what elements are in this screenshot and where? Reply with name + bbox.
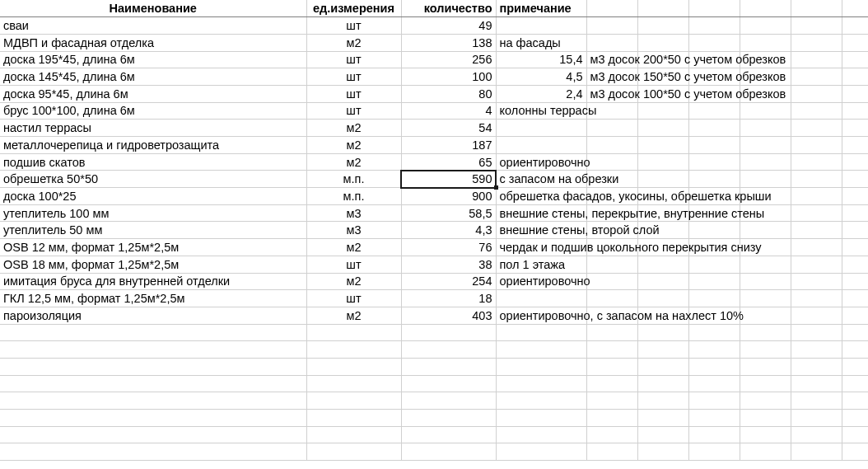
- cell[interactable]: [791, 85, 842, 102]
- cell[interactable]: [0, 392, 306, 410]
- cell-unit[interactable]: м3: [306, 222, 401, 239]
- cell-unit[interactable]: м2: [306, 239, 401, 256]
- cell-name[interactable]: утеплитель 100 мм: [0, 204, 306, 222]
- cell[interactable]: [401, 392, 496, 410]
- cell[interactable]: [791, 137, 842, 154]
- cell[interactable]: [306, 324, 401, 341]
- table-row[interactable]: утеплитель 100 ммм358,5внешние стены, пе…: [0, 204, 868, 222]
- cell[interactable]: [842, 358, 868, 375]
- cell-name[interactable]: доска 100*25: [0, 188, 306, 205]
- cell-qty[interactable]: 590: [401, 171, 496, 188]
- cell-qty[interactable]: 58,5: [401, 204, 496, 222]
- cell-qty[interactable]: 900: [401, 188, 496, 205]
- cell-qty[interactable]: 65: [401, 153, 496, 171]
- cell[interactable]: [791, 204, 842, 222]
- spreadsheet-grid[interactable]: Наименование ед.измерения количество при…: [0, 0, 868, 461]
- cell[interactable]: [688, 410, 740, 427]
- cell[interactable]: [637, 102, 688, 120]
- header-row[interactable]: Наименование ед.измерения количество при…: [0, 0, 868, 17]
- cell-note[interactable]: ориентировочно: [496, 153, 586, 171]
- cell-qty[interactable]: 76: [401, 239, 496, 256]
- cell[interactable]: [791, 51, 842, 68]
- cell[interactable]: [496, 358, 586, 375]
- cell[interactable]: [688, 375, 740, 392]
- table-row[interactable]: металлочерепица и гидроветрозащитам2187: [0, 137, 868, 154]
- cell-unit[interactable]: шт: [306, 51, 401, 68]
- cell-unit[interactable]: шт: [306, 256, 401, 273]
- cell[interactable]: [637, 137, 688, 154]
- cell[interactable]: [688, 392, 740, 410]
- cell[interactable]: [842, 153, 868, 171]
- cell[interactable]: [791, 68, 842, 86]
- cell[interactable]: [586, 290, 637, 307]
- cell[interactable]: [842, 392, 868, 410]
- cell[interactable]: [401, 324, 496, 341]
- table-row[interactable]: [0, 341, 868, 359]
- cell-note[interactable]: с запасом на обрезки: [496, 171, 586, 188]
- cell[interactable]: [842, 34, 868, 51]
- cell[interactable]: [842, 120, 868, 137]
- table-row[interactable]: имитация бруса для внутренней отделким22…: [0, 273, 868, 290]
- cell[interactable]: [637, 273, 688, 290]
- cell-unit[interactable]: м3: [306, 204, 401, 222]
- table-row[interactable]: обрешетка 50*50м.п.590с запасом на обрез…: [0, 171, 868, 188]
- cell[interactable]: [740, 137, 791, 154]
- table-row[interactable]: утеплитель 50 ммм34,3внешние стены, втор…: [0, 222, 868, 239]
- cell-unit[interactable]: м2: [306, 273, 401, 290]
- cell[interactable]: [586, 120, 637, 137]
- cell-note[interactable]: ориентировочно: [496, 273, 586, 290]
- cell[interactable]: [637, 256, 688, 273]
- cell[interactable]: [791, 273, 842, 290]
- cell[interactable]: [401, 410, 496, 427]
- cell[interactable]: [791, 120, 842, 137]
- cell[interactable]: [637, 392, 688, 410]
- cell-name[interactable]: ГКЛ 12,5 мм, формат 1,25м*2,5м: [0, 290, 306, 307]
- cell[interactable]: [791, 153, 842, 171]
- table-row[interactable]: [0, 426, 868, 443]
- cell[interactable]: [688, 290, 740, 307]
- cell-name[interactable]: имитация бруса для внутренней отделки: [0, 273, 306, 290]
- header-name[interactable]: Наименование: [0, 0, 306, 17]
- cell[interactable]: [637, 443, 688, 461]
- table-row[interactable]: OSB 12 мм, формат 1,25м*2,5мм276чердак и…: [0, 239, 868, 256]
- cell[interactable]: [586, 17, 637, 35]
- cell-name[interactable]: доска 195*45, длина 6м: [0, 51, 306, 68]
- cell[interactable]: [740, 256, 791, 273]
- cell[interactable]: [688, 358, 740, 375]
- cell[interactable]: [688, 137, 740, 154]
- cell-unit[interactable]: м2: [306, 120, 401, 137]
- cell-note[interactable]: на фасады: [496, 34, 586, 51]
- cell-note[interactable]: 15,4: [496, 51, 586, 68]
- table-row[interactable]: [0, 443, 868, 461]
- cell[interactable]: [740, 102, 791, 120]
- cell-qty[interactable]: 187: [401, 137, 496, 154]
- cell-unit[interactable]: м2: [306, 137, 401, 154]
- cell[interactable]: [842, 307, 868, 324]
- cell-unit[interactable]: м.п.: [306, 188, 401, 205]
- cell[interactable]: [842, 410, 868, 427]
- table-row[interactable]: брус 100*100, длина 6мшт4колонны террасы: [0, 102, 868, 120]
- cell-name[interactable]: OSB 12 мм, формат 1,25м*2,5м: [0, 239, 306, 256]
- cell[interactable]: [791, 443, 842, 461]
- cell-unit[interactable]: шт: [306, 68, 401, 86]
- header-empty[interactable]: [688, 0, 740, 17]
- cell[interactable]: [306, 341, 401, 359]
- cell-note[interactable]: обрешетка фасадов, укосины, обрешетка кр…: [496, 188, 586, 205]
- cell[interactable]: [791, 256, 842, 273]
- cell[interactable]: [586, 153, 637, 171]
- header-qty[interactable]: количество: [401, 0, 496, 17]
- cell[interactable]: [842, 324, 868, 341]
- cell[interactable]: [688, 102, 740, 120]
- cell[interactable]: [791, 375, 842, 392]
- table-row[interactable]: [0, 375, 868, 392]
- header-empty[interactable]: [842, 0, 868, 17]
- table-row[interactable]: настил террасым254: [0, 120, 868, 137]
- cell[interactable]: [842, 222, 868, 239]
- cell-name[interactable]: металлочерепица и гидроветрозащита: [0, 137, 306, 154]
- cell[interactable]: [740, 410, 791, 427]
- cell[interactable]: [0, 443, 306, 461]
- cell[interactable]: [0, 341, 306, 359]
- cell[interactable]: [586, 375, 637, 392]
- cell[interactable]: [791, 34, 842, 51]
- cell[interactable]: [842, 341, 868, 359]
